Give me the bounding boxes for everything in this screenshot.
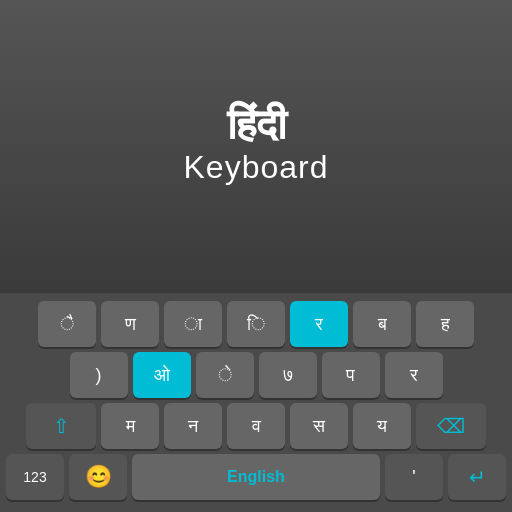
key-ba[interactable]: ब xyxy=(353,301,411,347)
comma-key[interactable]: ' xyxy=(385,454,443,500)
key-i[interactable]: ि xyxy=(227,301,285,347)
key-row-2: ) ओ े ७ प र xyxy=(6,352,506,398)
key-na2[interactable]: न xyxy=(164,403,222,449)
key-e[interactable]: े xyxy=(196,352,254,398)
key-sa[interactable]: स xyxy=(290,403,348,449)
keyboard-area: ै ण ा ि र ब ह ) ओ े ७ प र ⇧ म न व स य ⌫ xyxy=(0,293,512,512)
backspace-key[interactable]: ⌫ xyxy=(416,403,486,449)
space-key[interactable]: English xyxy=(132,454,380,500)
app-container: हिंदी Keyboard ै ण ा ि र ब ह ) ओ े ७ प र… xyxy=(0,0,512,512)
key-ra2[interactable]: र xyxy=(385,352,443,398)
key-pa[interactable]: प xyxy=(322,352,380,398)
key-aa[interactable]: ा xyxy=(164,301,222,347)
key-7[interactable]: ७ xyxy=(259,352,317,398)
enter-key[interactable]: ↵ xyxy=(448,454,506,500)
key-row-1: ै ण ा ि र ब ह xyxy=(6,301,506,347)
key-ma[interactable]: म xyxy=(101,403,159,449)
key-ai[interactable]: ै xyxy=(38,301,96,347)
key-na[interactable]: ण xyxy=(101,301,159,347)
bottom-row: 123 😊 English ' ↵ xyxy=(6,454,506,500)
key-row-3: ⇧ म न व स य ⌫ xyxy=(6,403,506,449)
key-ya[interactable]: य xyxy=(353,403,411,449)
title-keyboard: Keyboard xyxy=(184,149,329,186)
title-hindi: हिंदी xyxy=(227,102,286,148)
key-ha[interactable]: ह xyxy=(416,301,474,347)
key-o[interactable]: ओ xyxy=(133,352,191,398)
emoji-key[interactable]: 😊 xyxy=(69,454,127,500)
key-va[interactable]: व xyxy=(227,403,285,449)
num-key[interactable]: 123 xyxy=(6,454,64,500)
key-paren[interactable]: ) xyxy=(70,352,128,398)
key-ra[interactable]: र xyxy=(290,301,348,347)
shift-key[interactable]: ⇧ xyxy=(26,403,96,449)
header: हिंदी Keyboard xyxy=(0,0,512,293)
